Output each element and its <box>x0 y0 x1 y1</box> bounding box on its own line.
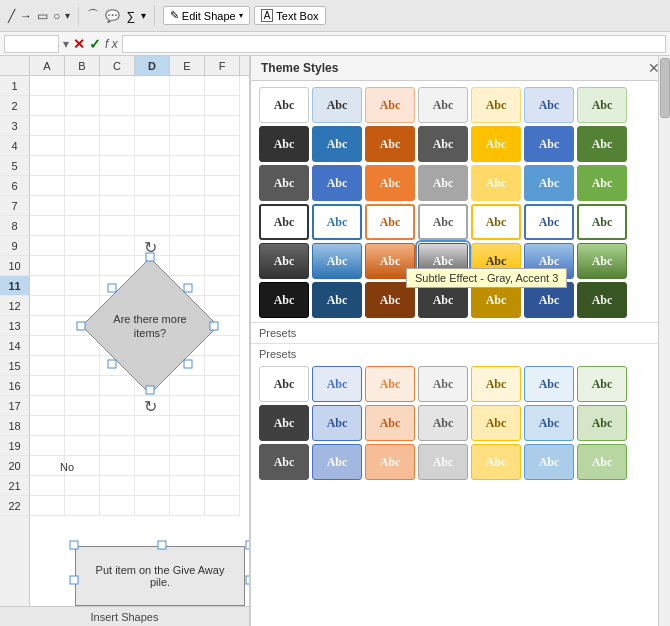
col-header-f[interactable]: F <box>205 56 240 75</box>
cell-r1c4[interactable] <box>170 76 205 96</box>
cell-r17c0[interactable] <box>30 396 65 416</box>
theme-style-r3-c5[interactable]: Abc <box>524 204 574 240</box>
theme-style-r2-c4[interactable]: Abc <box>471 165 521 201</box>
theme-style-r1-c2[interactable]: Abc <box>365 126 415 162</box>
cell-r17c2[interactable] <box>100 396 135 416</box>
cell-r6c3[interactable] <box>135 176 170 196</box>
cell-r6c1[interactable] <box>65 176 100 196</box>
cell-r7c1[interactable] <box>65 196 100 216</box>
cell-r9c5[interactable] <box>205 236 240 256</box>
preset-style-r2-c1[interactable]: Abc <box>312 444 362 480</box>
cell-r8c1[interactable] <box>65 216 100 236</box>
theme-style-r3-c6[interactable]: Abc <box>577 204 627 240</box>
cell-r2c4[interactable] <box>170 96 205 116</box>
theme-style-r1-c5[interactable]: Abc <box>524 126 574 162</box>
row-num-22[interactable]: 22 <box>0 496 29 516</box>
cell-r21c0[interactable] <box>30 476 65 496</box>
col-header-a[interactable]: A <box>30 56 65 75</box>
row-num-10[interactable]: 10 <box>0 256 29 276</box>
rotate-handle-bottom[interactable]: ↻ <box>144 397 157 416</box>
rotate-handle-top[interactable]: ↻ <box>144 238 157 257</box>
cell-r18c3[interactable] <box>135 416 170 436</box>
row-num-20[interactable]: 20 <box>0 456 29 476</box>
preset-style-r0-c0[interactable]: Abc <box>259 366 309 402</box>
more-shapes-icon[interactable]: ▾ <box>63 8 72 23</box>
preset-style-r2-c6[interactable]: Abc <box>577 444 627 480</box>
row-num-3[interactable]: 3 <box>0 116 29 136</box>
scroll-thumb[interactable] <box>660 58 670 118</box>
cell-r1c2[interactable] <box>100 76 135 96</box>
theme-style-r3-c1[interactable]: Abc <box>312 204 362 240</box>
row-num-11[interactable]: 11 <box>0 276 29 296</box>
cell-r22c2[interactable] <box>100 496 135 516</box>
cell-r20c3[interactable] <box>135 456 170 476</box>
textbox-shape[interactable]: Put item on the Give Away pile. <box>75 546 245 606</box>
cell-r18c5[interactable] <box>205 416 240 436</box>
cell-r1c1[interactable] <box>65 76 100 96</box>
confirm-formula-icon[interactable]: ✓ <box>89 37 101 51</box>
preset-style-r0-c3[interactable]: Abc <box>418 366 468 402</box>
cell-r20c5[interactable] <box>205 456 240 476</box>
name-box[interactable] <box>4 35 59 53</box>
theme-style-r5-c1[interactable]: Abc <box>312 282 362 318</box>
theme-style-r2-c3[interactable]: Abc <box>418 165 468 201</box>
row-num-17[interactable]: 17 <box>0 396 29 416</box>
cell-r3c0[interactable] <box>30 116 65 136</box>
row-num-14[interactable]: 14 <box>0 336 29 356</box>
cell-r9c0[interactable] <box>30 236 65 256</box>
row-num-2[interactable]: 2 <box>0 96 29 116</box>
cell-r8c2[interactable] <box>100 216 135 236</box>
col-header-b[interactable]: B <box>65 56 100 75</box>
cell-r4c0[interactable] <box>30 136 65 156</box>
cell-r5c1[interactable] <box>65 156 100 176</box>
cell-r8c4[interactable] <box>170 216 205 236</box>
cell-r17c4[interactable] <box>170 396 205 416</box>
cell-r14c0[interactable] <box>30 336 65 356</box>
cell-r18c1[interactable] <box>65 416 100 436</box>
row-num-6[interactable]: 6 <box>0 176 29 196</box>
cell-r5c0[interactable] <box>30 156 65 176</box>
theme-style-r4-c1[interactable]: Abc <box>312 243 362 279</box>
cell-r10c0[interactable] <box>30 256 65 276</box>
cell-r1c3[interactable] <box>135 76 170 96</box>
preset-style-r2-c0[interactable]: Abc <box>259 444 309 480</box>
cell-r21c2[interactable] <box>100 476 135 496</box>
cell-r15c0[interactable] <box>30 356 65 376</box>
row-num-9[interactable]: 9 <box>0 236 29 256</box>
cell-r8c3[interactable] <box>135 216 170 236</box>
cell-r4c5[interactable] <box>205 136 240 156</box>
theme-style-r0-c5[interactable]: Abc <box>524 87 574 123</box>
cell-r5c5[interactable] <box>205 156 240 176</box>
preset-style-r2-c2[interactable]: Abc <box>365 444 415 480</box>
cell-r16c0[interactable] <box>30 376 65 396</box>
theme-style-r2-c0[interactable]: Abc <box>259 165 309 201</box>
theme-style-r1-c6[interactable]: Abc <box>577 126 627 162</box>
theme-style-r0-c3[interactable]: Abc <box>418 87 468 123</box>
preset-style-r2-c4[interactable]: Abc <box>471 444 521 480</box>
row-num-15[interactable]: 15 <box>0 356 29 376</box>
col-header-d[interactable]: D <box>135 56 170 75</box>
cell-r3c5[interactable] <box>205 116 240 136</box>
more2-icon[interactable]: ▾ <box>139 8 148 23</box>
cell-r19c3[interactable] <box>135 436 170 456</box>
rect-icon[interactable]: ▭ <box>35 7 50 25</box>
cell-r22c1[interactable] <box>65 496 100 516</box>
preset-style-r2-c5[interactable]: Abc <box>524 444 574 480</box>
cell-r7c5[interactable] <box>205 196 240 216</box>
theme-style-r0-c6[interactable]: Abc <box>577 87 627 123</box>
cell-r4c1[interactable] <box>65 136 100 156</box>
freeform-icon[interactable]: ⌒ <box>85 5 101 26</box>
circle-icon[interactable]: ○ <box>51 7 62 25</box>
row-num-13[interactable]: 13 <box>0 316 29 336</box>
theme-style-r2-c5[interactable]: Abc <box>524 165 574 201</box>
cell-r8c5[interactable] <box>205 216 240 236</box>
cell-r9c1[interactable] <box>65 236 100 256</box>
cell-r18c4[interactable] <box>170 416 205 436</box>
preset-style-r1-c5[interactable]: Abc <box>524 405 574 441</box>
cell-r21c3[interactable] <box>135 476 170 496</box>
cell-r21c1[interactable] <box>65 476 100 496</box>
theme-style-r3-c0[interactable]: Abc <box>259 204 309 240</box>
cell-r6c4[interactable] <box>170 176 205 196</box>
col-header-e[interactable]: E <box>170 56 205 75</box>
row-num-19[interactable]: 19 <box>0 436 29 456</box>
